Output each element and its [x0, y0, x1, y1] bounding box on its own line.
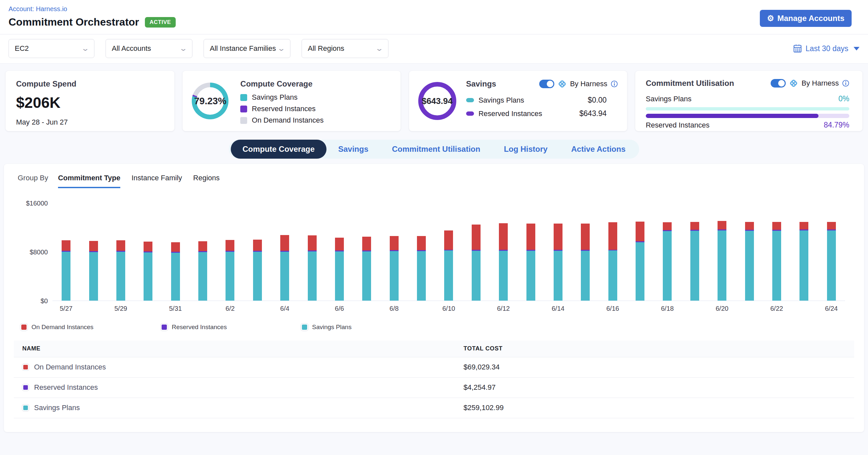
tab-commitment-utilisation[interactable]: Commitment Utilisation [380, 140, 492, 159]
app-header: Account: Harness.io Commitment Orchestra… [0, 0, 868, 34]
util-reserved-instances-value: 84.79% [824, 121, 849, 129]
coverage-percentage: 79.23% [194, 96, 226, 107]
savings-row-label: Savings Plans [478, 96, 524, 104]
chevron-down-icon: ⌄ [81, 44, 90, 53]
savings-row-reserved-instances: Reserved Instances $643.94 [466, 109, 618, 118]
bar-segment-savings-plans [499, 251, 508, 301]
bar-6-13 [526, 223, 535, 301]
savings-donut-chart: $643.94 [418, 82, 456, 120]
summary-cards-row: Compute Spend $206K May 28 - Jun 27 79.2… [0, 64, 868, 131]
legend-swatch [240, 94, 247, 101]
tab-active-actions[interactable]: Active Actions [559, 140, 637, 159]
compute-coverage-title: Compute Coverage [240, 79, 323, 89]
bar-segment-on-demand-instances [444, 231, 453, 250]
x-axis-tick [353, 305, 380, 312]
x-axis-tick: 5/27 [53, 305, 80, 312]
bar-segment-on-demand-instances [171, 242, 180, 252]
group-by-regions[interactable]: Regions [193, 174, 220, 188]
coverage-legend-item-reserved-instances: Reserved Instances [240, 104, 323, 113]
chevron-down-icon: ⌄ [277, 44, 285, 53]
bar-segment-savings-plans [581, 251, 590, 301]
legend-swatch [301, 324, 308, 331]
regions-select[interactable]: All Regions ⌄ [302, 39, 389, 58]
bar-segment-savings-plans [62, 252, 70, 301]
x-axis-tick: 5/31 [162, 305, 189, 312]
bar-segment-savings-plans [444, 250, 453, 301]
date-range-picker[interactable]: Last 30 days [793, 44, 860, 53]
savings-row-label: Reserved Instances [478, 110, 542, 118]
coverage-donut-chart: 79.23% [192, 83, 228, 119]
manage-accounts-label: Manage Accounts [778, 14, 844, 23]
manage-accounts-button[interactable]: ⚙ Manage Accounts [760, 10, 851, 27]
bar-segment-on-demand-instances [663, 222, 672, 230]
row-total-cost: $4,254.97 [455, 377, 854, 398]
x-axis-tick: 6/16 [599, 305, 626, 312]
tab-log-history[interactable]: Log History [492, 140, 559, 159]
bar-segment-on-demand-instances [144, 242, 152, 251]
accounts-select[interactable]: All Accounts ⌄ [105, 39, 192, 58]
compute-spend-card: Compute Spend $206K May 28 - Jun 27 [6, 71, 175, 131]
group-by-label: Group By [18, 174, 48, 182]
bar-segment-savings-plans [308, 251, 317, 301]
bar-5-28 [89, 241, 98, 301]
row-swatch [22, 364, 29, 370]
bar-5-31 [171, 242, 180, 301]
chart-legend-item-on-demand-instances[interactable]: On Demand Instances [20, 324, 161, 331]
y-axis-tick: $16000 [26, 200, 48, 207]
account-breadcrumb-link[interactable]: Account: Harness.io [8, 5, 67, 12]
row-swatch [22, 404, 29, 411]
bar-5-27 [62, 240, 70, 301]
bar-6-11 [472, 224, 480, 301]
bar-segment-on-demand-instances [225, 240, 235, 251]
bar-segment-on-demand-instances [198, 241, 207, 251]
x-axis-tick: 6/4 [271, 305, 298, 312]
by-harness-toggle[interactable] [771, 79, 786, 88]
group-by-instance-family[interactable]: Instance Family [131, 174, 182, 188]
x-axis-tick [626, 305, 654, 312]
row-name: Reserved Instances [22, 383, 455, 392]
bar-segment-on-demand-instances [526, 223, 535, 250]
by-harness-label: By Harness [570, 80, 608, 88]
info-icon[interactable] [842, 80, 849, 87]
savings-row-value: $0.00 [588, 96, 618, 104]
bar-segment-on-demand-instances [717, 221, 726, 230]
service-select[interactable]: EC2 ⌄ [8, 39, 94, 58]
x-axis-tick [134, 305, 162, 312]
x-axis-tick: 6/6 [326, 305, 353, 312]
x-axis-tick: 6/2 [216, 305, 244, 312]
column-header-name: NAME [14, 341, 455, 357]
bar-segment-on-demand-instances [554, 223, 562, 250]
bar-segment-savings-plans [116, 252, 125, 301]
info-icon[interactable] [611, 80, 618, 88]
bar-segment-savings-plans [472, 251, 480, 301]
by-harness-toggle[interactable] [539, 80, 554, 88]
bar-5-30 [144, 242, 152, 301]
legend-label: Reserved Instances [172, 324, 227, 331]
bar-segment-on-demand-instances [362, 237, 371, 250]
x-axis-tick [80, 305, 107, 312]
chevron-down-icon: ⌄ [179, 44, 187, 53]
x-axis-tick: 6/24 [818, 305, 845, 312]
x-axis-tick [517, 305, 544, 312]
legend-swatch [20, 324, 28, 331]
commitment-utilisation-card: Commitment Utilisation By Harness Saving… [635, 71, 862, 131]
coverage-legend-item-savings-plans: Savings Plans [240, 93, 323, 102]
accounts-select-value: All Accounts [112, 44, 151, 53]
tab-savings[interactable]: Savings [327, 140, 380, 159]
bar-segment-on-demand-instances [417, 236, 426, 250]
tab-compute-coverage[interactable]: Compute Coverage [231, 140, 327, 159]
status-badge: ACTIVE [145, 17, 175, 28]
bar-6-6 [335, 238, 344, 301]
instance-families-select[interactable]: All Instance Families ⌄ [204, 39, 290, 58]
row-swatch [22, 384, 29, 391]
chart-legend-item-reserved-instances[interactable]: Reserved Instances [161, 324, 301, 331]
group-by-commitment-type[interactable]: Commitment Type [58, 174, 120, 188]
row-name: Savings Plans [22, 403, 455, 412]
bar-6-19 [690, 222, 699, 301]
chart-legend-item-savings-plans[interactable]: Savings Plans [301, 324, 441, 331]
bar-segment-savings-plans [772, 231, 781, 301]
service-select-value: EC2 [15, 44, 29, 53]
bar-segment-savings-plans [690, 231, 699, 301]
compute-spend-period: May 28 - Jun 27 [16, 118, 164, 126]
legend-swatch [240, 117, 247, 124]
